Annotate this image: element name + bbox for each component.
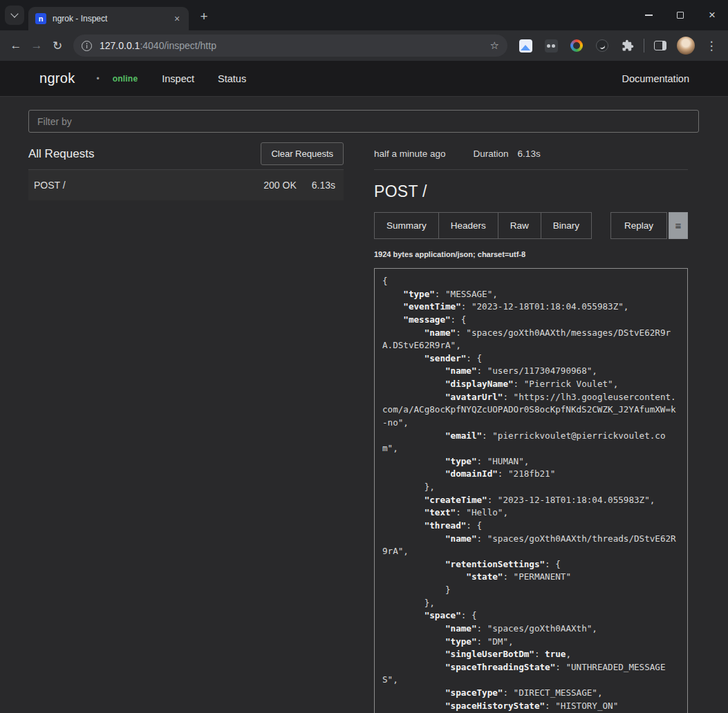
- toolbar-divider: [644, 39, 644, 53]
- request-body-panel: { "type": "MESSAGE", "eventTime": "2023-…: [374, 268, 688, 713]
- profile-button[interactable]: [676, 36, 696, 55]
- chevron-down-icon: [10, 10, 18, 17]
- ngrok-header: ngrok • online Inspect Status Documentat…: [0, 61, 728, 97]
- url-host: 127.0.0.1: [100, 40, 140, 51]
- bookmark-star-icon[interactable]: ☆: [490, 39, 499, 52]
- main-content: All Requests Clear Requests POST / 200 O…: [0, 97, 728, 713]
- request-title: POST /: [374, 182, 688, 201]
- url-text: 127.0.0.1:4040/inspect/http: [100, 40, 485, 51]
- forward-button[interactable]: →: [26, 35, 47, 56]
- new-tab-button[interactable]: +: [194, 7, 214, 26]
- online-status-badge: online: [113, 74, 138, 84]
- minimize-icon: [645, 15, 653, 16]
- request-duration: 6.13s: [312, 180, 335, 191]
- profile-avatar: [677, 37, 695, 55]
- url-path: :4040/inspect/http: [140, 40, 216, 51]
- extensions-menu-button[interactable]: [618, 36, 637, 55]
- window-maximize-button[interactable]: [664, 0, 696, 30]
- nav-inspect[interactable]: Inspect: [162, 73, 194, 84]
- request-time-ago: half a minute ago: [374, 149, 446, 159]
- detail-tabs: Summary Headers Raw Binary Replay ≡: [374, 212, 688, 239]
- request-row[interactable]: POST / 200 OK 6.13s: [28, 170, 344, 200]
- tab-close-icon[interactable]: ×: [171, 12, 183, 25]
- binoculars-extension-icon: [545, 39, 558, 53]
- request-method-path: POST /: [34, 180, 263, 191]
- hamburger-icon: ≡: [675, 220, 682, 231]
- extension-icon-2[interactable]: [541, 36, 561, 55]
- columns: All Requests Clear Requests POST / 200 O…: [28, 138, 699, 713]
- replay-button[interactable]: Replay: [610, 212, 667, 239]
- toolbar-extensions: ⋮: [516, 36, 721, 55]
- tab-binary[interactable]: Binary: [541, 212, 592, 239]
- clear-requests-button[interactable]: Clear Requests: [261, 142, 344, 165]
- detail-header: half a minute ago Duration 6.13s: [374, 138, 688, 170]
- photo-extension-icon: [519, 39, 532, 53]
- dark-circle-extension-icon: [596, 39, 608, 52]
- window-minimize-button[interactable]: [633, 0, 664, 30]
- favicon-letter: n: [39, 15, 44, 23]
- duration-value: 6.13s: [518, 149, 541, 159]
- tab-search-button[interactable]: [5, 6, 24, 25]
- browser-tab[interactable]: n ngrok - Inspect ×: [28, 7, 189, 30]
- extension-icon-3[interactable]: [567, 36, 586, 55]
- browser-tab-strip: n ngrok - Inspect × + ×: [0, 0, 728, 30]
- puzzle-icon: [622, 39, 634, 52]
- request-detail-panel: half a minute ago Duration 6.13s POST / …: [374, 138, 699, 713]
- tab-raw[interactable]: Raw: [498, 212, 541, 239]
- request-status: 200 OK: [263, 180, 296, 191]
- address-bar[interactable]: 127.0.0.1:4040/inspect/http ☆: [73, 35, 507, 57]
- replay-group: Replay ≡: [610, 212, 688, 239]
- tab-title: ngrok - Inspect: [53, 14, 171, 23]
- extension-icon-4[interactable]: [592, 36, 612, 55]
- requests-panel: All Requests Clear Requests POST / 200 O…: [28, 138, 344, 713]
- nav-documentation[interactable]: Documentation: [622, 73, 689, 84]
- requests-panel-header: All Requests Clear Requests: [28, 138, 344, 170]
- nav-status[interactable]: Status: [218, 73, 246, 84]
- filter-input[interactable]: [28, 110, 699, 133]
- site-info-icon[interactable]: [82, 41, 92, 51]
- window-controls: ×: [633, 0, 728, 30]
- maximize-icon: [677, 12, 684, 19]
- extension-icon-1[interactable]: [516, 36, 535, 55]
- replay-menu-button[interactable]: ≡: [669, 212, 688, 239]
- reload-button[interactable]: ↻: [47, 35, 68, 56]
- ngrok-favicon-icon: n: [35, 13, 46, 24]
- browser-toolbar: ← → ↻ 127.0.0.1:4040/inspect/http ☆ ⋮: [0, 30, 728, 61]
- side-panel-button[interactable]: [651, 36, 670, 55]
- tab-summary[interactable]: Summary: [374, 212, 439, 239]
- color-ring-extension-icon: [570, 39, 583, 52]
- side-panel-icon: [654, 41, 666, 50]
- content-meta: 1924 bytes application/json; charset=utf…: [374, 250, 688, 258]
- request-body-json: { "type": "MESSAGE", "eventTime": "2023-…: [382, 275, 680, 713]
- browser-menu-button[interactable]: ⋮: [702, 36, 721, 55]
- tab-headers[interactable]: Headers: [438, 212, 498, 239]
- status-dot-icon: •: [97, 74, 100, 84]
- back-button[interactable]: ←: [6, 35, 26, 56]
- all-requests-title: All Requests: [28, 147, 94, 161]
- window-close-button[interactable]: ×: [696, 0, 728, 30]
- ngrok-logo[interactable]: ngrok: [39, 70, 75, 86]
- screen: { "icons": { "close": "×", "plus": "+", …: [0, 0, 728, 713]
- duration-label: Duration: [474, 149, 509, 159]
